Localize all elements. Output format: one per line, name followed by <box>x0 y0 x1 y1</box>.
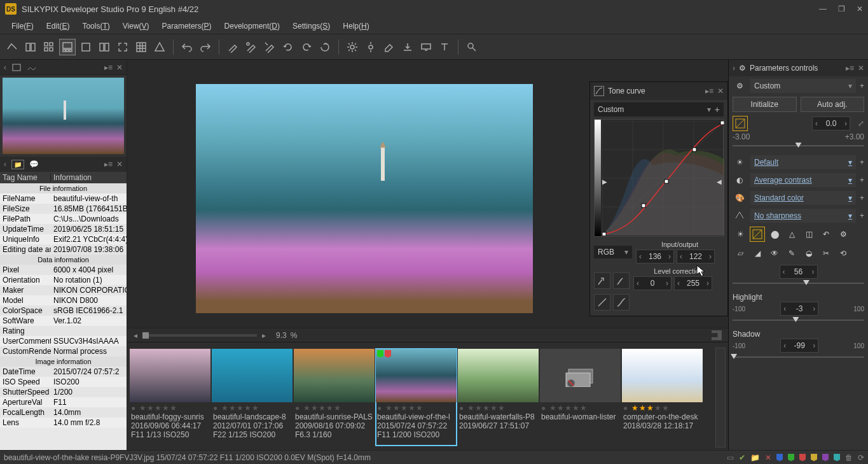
tab-clone-icon[interactable]: ◒ <box>801 246 816 261</box>
menu-item[interactable]: View(V) <box>116 19 156 33</box>
highlight-slider[interactable] <box>733 317 864 323</box>
gear2-button[interactable] <box>362 39 379 55</box>
search-button[interactable] <box>464 39 480 55</box>
undo-button[interactable] <box>179 39 195 55</box>
linear-curve-button[interactable] <box>594 294 610 311</box>
decrease-icon[interactable]: ‹ <box>781 304 789 313</box>
add-point-button[interactable] <box>594 272 610 289</box>
sharp-dropdown[interactable]: No sharpness▾ <box>750 209 856 223</box>
add-icon[interactable]: + <box>860 158 864 167</box>
menu-item[interactable]: Help(H) <box>336 19 375 33</box>
mid-value[interactable]: ‹56› <box>780 265 818 279</box>
canvas[interactable]: Tone curve ▸≡✕ Custom ▾ + <box>127 60 728 328</box>
decrease-icon[interactable]: ‹ <box>781 341 789 350</box>
mode-a-button[interactable] <box>4 39 20 55</box>
rotate-left-button[interactable] <box>280 39 296 55</box>
highlight-value[interactable]: ‹-3› <box>780 302 818 316</box>
mid-slider[interactable] <box>733 280 864 286</box>
export-button[interactable] <box>399 39 416 55</box>
tab-gear-icon[interactable]: ⚙ <box>836 227 851 242</box>
tab-crop-icon[interactable]: ◫ <box>801 227 816 242</box>
increase-icon[interactable]: › <box>706 252 714 261</box>
add-icon[interactable]: + <box>860 193 864 202</box>
add-icon[interactable]: + <box>860 81 864 90</box>
tab-wb-icon[interactable]: ☀ <box>733 227 748 242</box>
decrease-icon[interactable]: ‹ <box>675 279 682 288</box>
tag-yellow-icon[interactable] <box>811 454 817 461</box>
text-button[interactable] <box>436 39 453 55</box>
decrease-icon[interactable]: ‹ <box>813 119 820 128</box>
decrease-icon[interactable]: ‹ <box>637 252 644 261</box>
increase-icon[interactable]: › <box>663 279 671 288</box>
tag-green-icon[interactable] <box>788 454 794 461</box>
panel-close-icon[interactable]: ✕ <box>858 64 864 73</box>
warning-button[interactable] <box>151 39 168 55</box>
zoom-arrow-icon[interactable]: ◂ <box>134 331 137 340</box>
channel-dropdown[interactable]: RGB▾ <box>594 246 632 258</box>
mode-b-button[interactable] <box>22 39 39 55</box>
dock-icon[interactable]: ▸≡ <box>705 87 713 95</box>
navigator-preview[interactable] <box>3 78 124 154</box>
remove-point-button[interactable] <box>613 272 630 289</box>
level-white[interactable]: ‹255› <box>674 276 712 290</box>
brush-c-button[interactable] <box>261 39 278 55</box>
maximize-icon[interactable]: ❐ <box>838 4 845 13</box>
input-value[interactable]: ‹136› <box>636 250 674 264</box>
status-check-icon[interactable]: ✔ <box>739 453 745 462</box>
thumbnail[interactable]: ● ★★★★★beautiful-view-of-the-l2015/07/24… <box>376 349 457 446</box>
brush-a-button[interactable] <box>224 39 241 55</box>
s-curve-button[interactable] <box>613 294 630 311</box>
decrease-icon[interactable]: ‹ <box>780 267 788 276</box>
menu-item[interactable]: Settings(S) <box>286 19 336 33</box>
tag-cyan-icon[interactable] <box>834 454 840 461</box>
fullscreen-button[interactable] <box>114 39 131 55</box>
decrease-icon[interactable]: ‹ <box>634 279 642 288</box>
nav-icon-a[interactable] <box>11 63 22 72</box>
thumbnail-mode-button[interactable] <box>59 39 76 55</box>
thumbnail[interactable]: ● ★★★★★beautiful-landscape-82012/07/01 0… <box>212 349 293 446</box>
tag-purple-icon[interactable] <box>822 454 829 461</box>
wb-dropdown[interactable]: Default▾ <box>750 155 856 169</box>
tab-cropb-icon[interactable]: ✂ <box>818 246 834 261</box>
grid-overlay-button[interactable] <box>133 39 149 55</box>
increase-icon[interactable]: › <box>666 252 673 261</box>
zoom-arrow-icon[interactable]: ▸ <box>262 331 266 340</box>
tab-brush-icon[interactable]: ✎ <box>784 246 799 261</box>
menu-item[interactable]: Parameters(P) <box>156 19 218 33</box>
increase-icon[interactable]: › <box>810 304 818 313</box>
status-folder-icon[interactable]: 📁 <box>750 453 760 462</box>
increase-icon[interactable]: › <box>810 341 818 350</box>
exposure-value[interactable]: ‹0.0› <box>812 116 850 130</box>
menu-item[interactable]: Edit(E) <box>40 19 76 33</box>
folder-icon[interactable]: 📁 <box>11 160 24 169</box>
status-icon-a[interactable]: ▭ <box>727 453 734 462</box>
status-trash-icon[interactable]: 🗑 <box>845 453 853 462</box>
tab-ball-icon[interactable]: ⬤ <box>767 227 782 242</box>
decrease-icon[interactable]: ‹ <box>677 252 685 261</box>
menu-item[interactable]: Tools(T) <box>76 19 116 33</box>
chevron-left-icon[interactable]: ‹ <box>4 160 6 169</box>
tab-tone-icon[interactable] <box>750 227 765 242</box>
add-preset-icon[interactable]: + <box>715 104 720 115</box>
menu-item[interactable]: Development(D) <box>218 19 286 33</box>
panel-close-icon[interactable]: ✕ <box>717 87 724 95</box>
status-x-icon[interactable]: ✕ <box>765 453 771 462</box>
rotate-cw-button[interactable] <box>317 39 333 55</box>
close-icon[interactable]: ✕ <box>857 4 863 13</box>
status-refresh-icon[interactable]: ⟳ <box>858 453 864 462</box>
tone-curve-editor[interactable]: ▶ ◀ <box>594 119 724 237</box>
dock-icon[interactable]: ▸≡ <box>846 64 854 73</box>
redo-button[interactable] <box>197 39 214 55</box>
tab-reset-icon[interactable]: ⟲ <box>836 246 851 261</box>
taste-dropdown[interactable]: Custom▾ <box>750 79 856 93</box>
add-icon[interactable]: + <box>860 176 864 185</box>
thumbnail[interactable]: ● ★★★★★beautiful-woman-lister <box>540 349 621 446</box>
tab-noise-icon[interactable]: ▱ <box>733 246 748 261</box>
grid-button[interactable] <box>41 39 57 55</box>
zoom-slider[interactable] <box>142 334 257 337</box>
thumbnail[interactable]: ● ★★★★★beautiful-sunrise-PALS2009/08/16 … <box>294 349 375 446</box>
gear-button[interactable] <box>344 39 361 55</box>
minimize-icon[interactable]: — <box>819 4 827 13</box>
tab-sharpen-icon[interactable]: △ <box>784 227 799 242</box>
rotate-right-button[interactable] <box>298 39 315 55</box>
